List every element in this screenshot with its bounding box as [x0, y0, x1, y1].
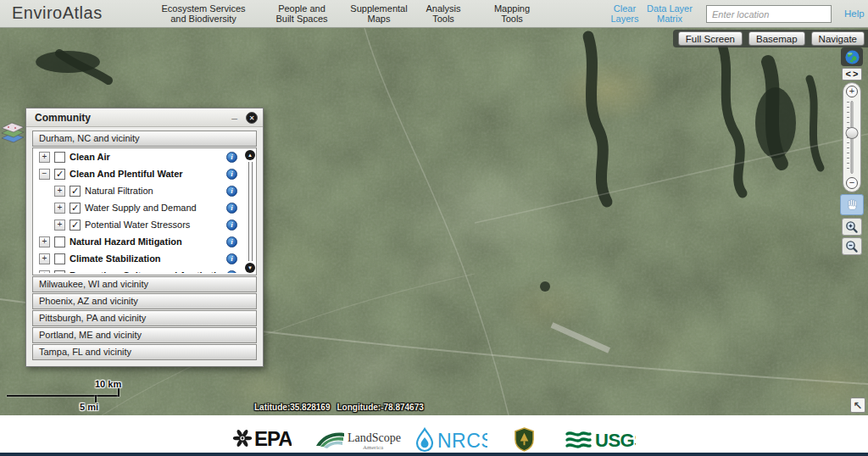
info-icon[interactable]: i — [226, 152, 237, 163]
checkbox[interactable]: ✓ — [70, 186, 81, 197]
footer-logos: EPA LandScope America NRCS — [0, 415, 868, 456]
community-item-milwaukee[interactable]: Milwaukee, WI and vicinity — [32, 276, 257, 292]
menu-label: People and — [275, 4, 327, 14]
expand-button[interactable]: + — [39, 270, 50, 274]
zoom-slider[interactable]: + − — [843, 82, 861, 192]
expand-button[interactable]: + — [54, 220, 65, 231]
tree-item-label: Potential Water Stressors — [85, 220, 190, 230]
magnify-zoom-out-button[interactable] — [842, 237, 862, 255]
scroll-up-icon[interactable]: ▲ — [245, 150, 255, 160]
expand-button[interactable]: + — [39, 253, 50, 264]
nrcs-logo[interactable]: NRCS — [415, 427, 487, 456]
menu-analysis-tools[interactable]: Analysis Tools — [426, 4, 461, 24]
pan-hand-icon — [845, 197, 860, 212]
location-search-input[interactable] — [706, 5, 832, 23]
info-icon[interactable]: i — [226, 203, 237, 214]
minimize-button[interactable]: _ — [231, 108, 237, 120]
info-icon[interactable]: i — [226, 253, 237, 264]
forest-service-shield-icon — [514, 427, 535, 452]
usgs-logo[interactable]: USGS — [565, 427, 636, 456]
menu-label: and Biodiversity — [161, 14, 245, 25]
close-button[interactable]: ✕ — [246, 112, 258, 124]
tree-item-label: Recreation, Culture, and Aesthetics — [70, 270, 226, 273]
app-title: EnviroAtlas — [12, 3, 103, 23]
navigate-button[interactable]: Navigate — [811, 31, 865, 46]
community-item-tampa[interactable]: Tampa, FL and vicinity — [32, 344, 257, 360]
collapse-button[interactable]: − — [39, 169, 50, 180]
magnify-zoom-in-button[interactable] — [842, 218, 862, 236]
info-icon[interactable]: i — [226, 270, 237, 274]
data-layer-matrix-link[interactable]: Data Layer Matrix — [647, 4, 693, 24]
pan-tool-button[interactable] — [840, 194, 864, 215]
menu-supplemental-maps[interactable]: Supplemental Maps — [350, 4, 407, 24]
landscope-logo[interactable]: LandScope America — [314, 427, 402, 456]
link-label: Layers — [610, 14, 638, 25]
usgs-wave-icon — [567, 433, 590, 447]
menu-label: Ecosystem Services — [161, 4, 245, 14]
menu-mapping-tools[interactable]: Mapping Tools — [494, 4, 530, 24]
tree-item-clean-air: + Clean Air i — [33, 148, 256, 165]
tree-item-natural-filtration: + ✓ Natural Filtration i — [33, 182, 256, 199]
checkbox[interactable]: ✓ — [70, 220, 81, 231]
checkbox[interactable]: ✓ — [54, 169, 65, 180]
checkbox[interactable] — [54, 253, 65, 264]
menu-label: Tools — [494, 14, 530, 25]
zoom-slider-handle[interactable] — [846, 127, 859, 139]
layers-icon[interactable] — [0, 116, 25, 145]
community-item-durham[interactable]: Durham, NC and vicinity — [32, 131, 257, 147]
basemap-button[interactable]: Basemap — [748, 31, 805, 46]
checkbox[interactable] — [54, 152, 65, 163]
expand-button[interactable]: + — [54, 186, 65, 197]
nrcs-wordmark: NRCS — [437, 430, 487, 452]
menu-ecosystem-services[interactable]: Ecosystem Services and Biodiversity — [161, 4, 245, 24]
top-header: EnviroAtlas Ecosystem Services and Biodi… — [0, 0, 868, 28]
link-label: Matrix — [647, 14, 693, 25]
overview-globe-button[interactable] — [841, 47, 863, 66]
close-icon: ✕ — [249, 114, 255, 122]
tree-item-label: Climate Stabilization — [70, 253, 161, 264]
angle-right-icon: > — [853, 70, 858, 79]
collapse-corner-button[interactable]: ↖ — [850, 398, 865, 413]
help-link[interactable]: Help — [844, 8, 865, 19]
checkbox[interactable]: ✓ — [70, 203, 81, 214]
tree-item-label: Water Supply and Demand — [85, 203, 197, 213]
clear-layers-link[interactable]: Clear Layers — [610, 4, 638, 24]
tree-item-label: Clean And Plentiful Water — [70, 169, 183, 179]
tree-scrollbar-track[interactable] — [248, 162, 253, 261]
info-icon[interactable]: i — [226, 186, 237, 197]
scale-bar: 10 km 5 mi — [7, 379, 142, 409]
zoom-out-icon[interactable]: − — [846, 177, 858, 189]
info-icon[interactable]: i — [226, 169, 237, 180]
expand-button[interactable]: + — [39, 236, 50, 247]
community-item-portland[interactable]: Portland, ME and vicinity — [32, 327, 257, 343]
tree-item-climate-stabilization: + Climate Stabilization i — [33, 250, 256, 267]
forest-service-logo[interactable] — [514, 427, 535, 455]
globe-icon — [844, 49, 860, 65]
tree-item-recreation-culture-aesthetics: + Recreation, Culture, and Aesthetics i — [33, 267, 256, 273]
map-canvas[interactable]: Full Screen Basemap Navigate < > + − — [0, 28, 868, 415]
menu-label: Tools — [426, 14, 461, 25]
menu-people-built-spaces[interactable]: People and Built Spaces — [275, 4, 327, 24]
water-drop-icon — [417, 429, 432, 451]
panel-title: Community — [35, 112, 91, 124]
layer-tree: + Clean Air i − ✓ Clean And Plentiful Wa… — [32, 147, 257, 275]
zoom-in-icon[interactable]: + — [846, 86, 858, 97]
expand-button[interactable]: + — [39, 152, 50, 163]
scroll-down-icon[interactable]: ▼ — [245, 263, 255, 273]
expand-button[interactable]: + — [54, 203, 65, 214]
community-item-pittsburgh[interactable]: Pittsburgh, PA and vicinity — [32, 310, 257, 326]
fullscreen-button[interactable]: Full Screen — [678, 31, 743, 46]
epa-logo[interactable]: EPA — [232, 427, 292, 454]
checkbox[interactable] — [54, 270, 65, 274]
info-icon[interactable]: i — [226, 236, 237, 247]
community-item-phoenix[interactable]: Phoenix, AZ and vicinity — [32, 293, 257, 309]
collapse-panel-arrows-button[interactable]: < > — [842, 68, 862, 81]
panel-titlebar[interactable]: Community _ ✕ — [26, 108, 263, 127]
info-icon[interactable]: i — [226, 220, 237, 231]
menu-label: Built Spaces — [275, 14, 327, 25]
scale-mi-label: 5 mi — [80, 402, 98, 412]
magnifier-minus-icon — [845, 240, 859, 253]
checkbox[interactable] — [54, 236, 65, 247]
landscope-wordmark: LandScope — [348, 431, 401, 444]
longitude-value: Longitude:-78.874673 — [337, 403, 424, 412]
